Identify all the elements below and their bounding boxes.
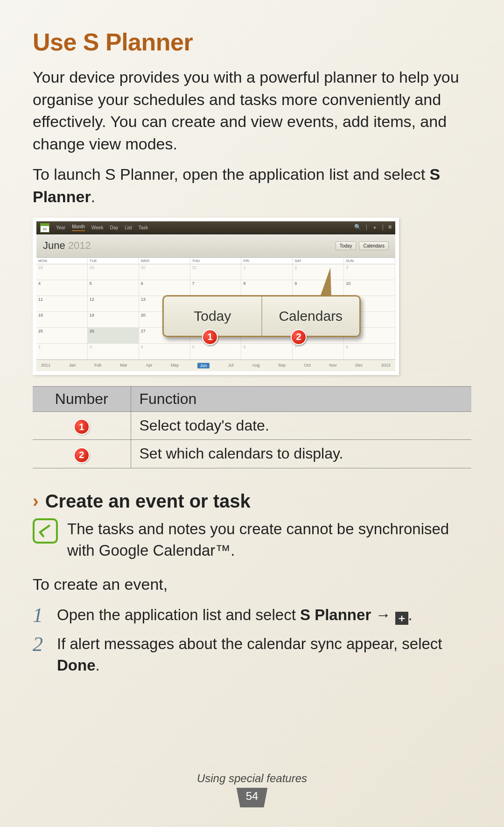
calendar-cell: 2 bbox=[36, 344, 88, 360]
menu-icon: ≡ bbox=[388, 224, 392, 232]
calendar-cell: 9 bbox=[293, 280, 344, 296]
steps-lead: To create an event, bbox=[33, 573, 471, 596]
page-footer: Using special features 54 bbox=[0, 772, 504, 807]
calendar-cell: 18 bbox=[36, 312, 88, 328]
row-func-2: Set which calendars to display. bbox=[131, 440, 471, 468]
dow-cell: THU bbox=[190, 258, 242, 264]
tab-month: Month bbox=[72, 224, 85, 231]
monthstrip-item: Jul bbox=[228, 363, 234, 368]
calendar-cell: 5 bbox=[190, 344, 242, 360]
calendar-cell: 28 bbox=[36, 264, 88, 280]
calendar-cell: 31 bbox=[190, 264, 242, 280]
monthstrip-item: Jan bbox=[69, 363, 76, 368]
calendar-cell: 7 bbox=[190, 280, 242, 296]
search-icon: 🔍 bbox=[354, 224, 361, 232]
monthstrip-item: Feb bbox=[94, 363, 102, 368]
table-header-function: Function bbox=[131, 386, 471, 411]
dow-cell: SAT bbox=[293, 258, 344, 264]
note-text: The tasks and notes you create cannot be… bbox=[67, 518, 471, 561]
monthstrip-item: Sep bbox=[278, 363, 286, 368]
steps-list: 1Open the application list and select S … bbox=[33, 604, 471, 677]
callout-bubble: Today Calendars bbox=[162, 295, 361, 337]
monthstrip-item: Apr bbox=[146, 363, 152, 368]
row-func-1: Select today's date. bbox=[131, 411, 471, 440]
step-text: Open the application list and select S P… bbox=[57, 604, 413, 627]
screenshot-topbar: 31 Year Month Week Day List Task 🔍 | ＋ |… bbox=[36, 221, 395, 234]
calendar-cell: 8 bbox=[344, 344, 395, 360]
step-item: 2If alert messages about the calendar sy… bbox=[33, 633, 471, 676]
launch-prefix: To launch S Planner, open the applicatio… bbox=[33, 165, 430, 183]
mini-calendars-button: Calendars bbox=[359, 241, 389, 250]
calendar-cell: 1 bbox=[241, 264, 293, 280]
intro-paragraph: Your device provides you with a powerful… bbox=[33, 66, 471, 155]
tab-year: Year bbox=[56, 225, 65, 230]
screenshot-header: June 2012 Today Calendars bbox=[36, 234, 395, 258]
step-item: 1Open the application list and select S … bbox=[33, 604, 471, 627]
function-table: Number Function 1 Select today's date. 2… bbox=[33, 386, 471, 468]
calendar-cell: 25 bbox=[36, 328, 88, 344]
calendar-cell: 4 bbox=[139, 344, 190, 360]
subsection-title: Create an event or task bbox=[45, 491, 251, 512]
callout-calendars: Calendars bbox=[262, 297, 360, 336]
dow-cell: TUE bbox=[88, 258, 139, 264]
table-header-number: Number bbox=[33, 386, 131, 411]
table-row: 1 Select today's date. bbox=[33, 411, 471, 440]
monthstrip-item: Jun bbox=[197, 363, 210, 368]
footer-section: Using special features bbox=[0, 772, 504, 785]
calendar-cell: 7 bbox=[293, 344, 344, 360]
monthstrip-item: May bbox=[171, 363, 179, 368]
table-row: 2 Set which calendars to display. bbox=[33, 440, 471, 468]
calendar-cell: 30 bbox=[139, 264, 190, 280]
calendar-cell: 11 bbox=[36, 296, 88, 312]
screenshot-month: June bbox=[43, 240, 65, 251]
callout-marker-1: 1 bbox=[202, 329, 218, 345]
calendar-cell: 8 bbox=[241, 280, 293, 296]
calendar-cell: 19 bbox=[88, 312, 139, 328]
launch-suffix: . bbox=[91, 188, 95, 205]
add-icon: ＋ bbox=[372, 224, 378, 232]
dow-cell: FRI bbox=[241, 258, 293, 264]
dow-cell: SUN bbox=[344, 258, 395, 264]
step-text: If alert messages about the calendar syn… bbox=[57, 633, 471, 676]
calendar-cell: 6 bbox=[139, 280, 190, 296]
callout-marker-2: 2 bbox=[291, 329, 307, 345]
monthstrip-item: 2013 bbox=[381, 363, 391, 368]
row-number-1: 1 bbox=[74, 419, 90, 435]
page-title: Use S Planner bbox=[33, 28, 471, 56]
note-block: The tasks and notes you create cannot be… bbox=[33, 518, 471, 561]
chevron-icon: › bbox=[33, 491, 39, 511]
subsection-header: › Create an event or task bbox=[33, 491, 471, 512]
screenshot-grid: MONTUEWEDTHUFRISATSUN 282930311234567891… bbox=[36, 258, 395, 360]
monthstrip-item: Oct bbox=[304, 363, 311, 368]
calendar-cell: 10 bbox=[344, 280, 395, 296]
calendar-icon: 31 bbox=[40, 223, 49, 233]
calendar-cell: 5 bbox=[88, 280, 139, 296]
tab-task: Task bbox=[139, 225, 148, 230]
note-icon bbox=[33, 518, 58, 544]
mini-today-button: Today bbox=[336, 241, 357, 250]
row-number-2: 2 bbox=[74, 447, 90, 463]
step-number: 1 bbox=[33, 604, 49, 627]
screenshot-year: 2012 bbox=[68, 240, 91, 251]
dow-cell: MON bbox=[36, 258, 88, 264]
monthstrip-item: Nov bbox=[329, 363, 336, 368]
calendar-cell: 4 bbox=[36, 280, 88, 296]
calendar-cell: 26 bbox=[88, 328, 139, 344]
tab-day: Day bbox=[110, 225, 118, 230]
calendar-cell: 29 bbox=[88, 264, 139, 280]
calendar-cell: 6 bbox=[241, 344, 293, 360]
calendar-cell: 12 bbox=[88, 296, 139, 312]
splanner-screenshot: 31 Year Month Week Day List Task 🔍 | ＋ |… bbox=[33, 218, 399, 375]
monthstrip-item: 2011 bbox=[41, 363, 50, 368]
screenshot-monthstrip: 2011JanFebMarAprMayJunJulAugSepOctNovDec… bbox=[36, 360, 395, 371]
plus-icon: ＋ bbox=[395, 612, 408, 625]
calendar-cell: 2 bbox=[293, 264, 344, 280]
step-number: 2 bbox=[33, 633, 49, 676]
calendar-cell: 3 bbox=[88, 344, 139, 360]
monthstrip-item: Dec bbox=[355, 363, 363, 368]
dow-cell: WED bbox=[139, 258, 190, 264]
tab-week: Week bbox=[91, 225, 103, 230]
footer-page-number: 54 bbox=[237, 788, 268, 807]
monthstrip-item: Aug bbox=[252, 363, 259, 368]
tab-list: List bbox=[125, 225, 132, 230]
